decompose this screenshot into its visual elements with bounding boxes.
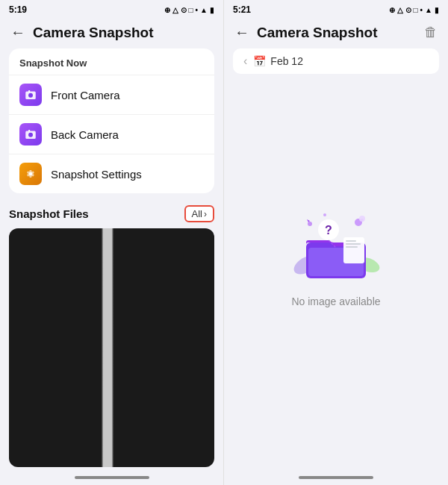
right-header: ← Camera Snapshot 🗑 (224, 18, 448, 48)
svg-point-1 (28, 93, 33, 98)
front-camera-label: Front Camera (51, 89, 120, 101)
right-alert-icon: △ (397, 6, 403, 14)
svg-point-11 (323, 213, 326, 216)
date-nav-left-icon[interactable]: ‹ (243, 54, 247, 68)
snapshot-files-header: Snapshot Files All › (9, 205, 214, 222)
snapshot-now-title: Snapshot Now (9, 48, 214, 75)
svg-text:?: ? (325, 224, 332, 237)
left-status-bar: 5:19 ⊕ △ ⊙ □ • ▲ ▮ (0, 0, 223, 18)
svg-rect-17 (346, 240, 356, 242)
left-back-button[interactable]: ← (10, 24, 25, 41)
calendar-icon: 📅 (253, 55, 266, 67)
svg-rect-19 (346, 246, 358, 248)
battery-icon: ▮ (210, 6, 214, 14)
right-home-indicator (224, 470, 448, 485)
snapshot-now-card: Snapshot Now Front Camera (9, 48, 214, 193)
right-status-bar: 5:21 ⊕ △ ⊙ □ • ▲ ▮ (224, 0, 448, 18)
front-camera-icon (19, 84, 42, 106)
right-wifi-icon: ▲ (425, 6, 432, 14)
left-home-bar (75, 476, 149, 479)
back-camera-item[interactable]: Back Camera (9, 114, 214, 154)
snapshot-files-title: Snapshot Files (9, 207, 89, 220)
svg-rect-2 (28, 90, 30, 92)
right-header-left: ← Camera Snapshot (234, 24, 378, 41)
right-media-icon: □ (414, 6, 418, 14)
left-page-title: Camera Snapshot (33, 25, 154, 41)
date-bar: ‹ 📅 Feb 12 (233, 48, 439, 74)
empty-message: No image available (291, 295, 380, 307)
signal-icon: ⊕ (164, 6, 170, 14)
dot-icon: • (196, 6, 199, 14)
right-location-icon: ⊙ (405, 6, 411, 14)
media-icon: □ (189, 6, 193, 14)
date-text: Feb 12 (270, 55, 303, 67)
right-home-bar (299, 476, 373, 479)
svg-rect-5 (28, 130, 30, 131)
location-icon: ⊙ (181, 6, 187, 14)
svg-point-4 (28, 133, 33, 137)
right-status-time: 5:21 (233, 4, 251, 15)
right-status-icons: ⊕ △ ⊙ □ • ▲ ▮ (389, 6, 439, 14)
snapshot-image-content (9, 228, 214, 467)
wifi-icon: ▲ (200, 6, 208, 14)
right-dot-icon: • (420, 6, 423, 14)
svg-point-9 (308, 222, 312, 226)
alert-icon: △ (172, 6, 178, 14)
right-back-button[interactable]: ← (234, 24, 249, 41)
snapshot-image (9, 228, 214, 467)
empty-illustration: ? (287, 201, 385, 284)
snapshot-settings-label: Snapshot Settings (51, 168, 142, 181)
left-status-time: 5:19 (9, 4, 27, 15)
left-status-icons: ⊕ △ ⊙ □ • ▲ ▮ (164, 6, 214, 14)
back-camera-label: Back Camera (51, 128, 119, 141)
empty-state: ? No image available (224, 83, 448, 470)
all-label: All (192, 208, 202, 219)
right-page-title: Camera Snapshot (257, 25, 378, 41)
left-header: ← Camera Snapshot (0, 18, 223, 48)
svg-rect-18 (346, 243, 361, 245)
snapshot-settings-item[interactable]: Snapshot Settings (9, 154, 214, 193)
left-content: Snapshot Now Front Camera (0, 48, 223, 470)
trash-icon[interactable]: 🗑 (424, 25, 438, 40)
all-button[interactable]: All › (184, 205, 214, 222)
right-panel: 5:21 ⊕ △ ⊙ □ • ▲ ▮ ← Camera Snapshot 🗑 ‹… (224, 0, 448, 485)
right-battery-icon: ▮ (435, 6, 439, 14)
svg-point-13 (359, 216, 365, 222)
right-signal-icon: ⊕ (389, 6, 395, 14)
back-camera-icon (19, 123, 42, 146)
left-home-indicator (0, 470, 223, 485)
all-arrow-icon: › (204, 209, 207, 219)
snapshot-settings-icon (19, 163, 42, 185)
left-panel: 5:19 ⊕ △ ⊙ □ • ▲ ▮ ← Camera Snapshot Sna… (0, 0, 224, 485)
front-camera-item[interactable]: Front Camera (9, 75, 214, 114)
